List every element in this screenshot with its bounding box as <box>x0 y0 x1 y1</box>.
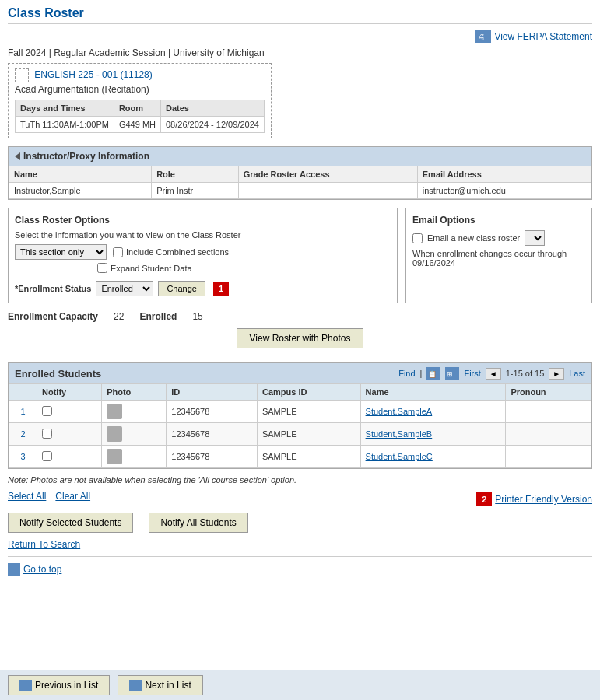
bottom-bar: Previous in List Next in List <box>0 670 600 700</box>
table-row: 1 12345678 SAMPLE Student,SampleA <box>9 401 591 423</box>
email-note: When enrollment changes occur through 09… <box>412 249 585 268</box>
svg-rect-7 <box>19 680 32 691</box>
schedule-room: G449 MH <box>114 117 160 133</box>
svg-rect-6 <box>8 563 20 576</box>
photo-cell <box>102 423 167 446</box>
enrollment-row: *Enrollment Status Enrolled Waitlisted D… <box>15 281 391 296</box>
row-num: 1 <box>9 401 37 423</box>
instr-role: Prim Instr <box>152 183 239 199</box>
email-checkbox[interactable] <box>412 233 423 243</box>
enrolled-header: Enrolled Students Find | 📋 ⊞ First ◄ 1-1… <box>9 363 591 383</box>
photo-icon <box>107 404 122 419</box>
row-num: 2 <box>9 423 37 446</box>
col-photo: Photo <box>102 384 167 401</box>
email-select[interactable] <box>525 230 545 246</box>
enrollment-select[interactable]: Enrolled Waitlisted Dropped <box>96 281 153 296</box>
return-search-link[interactable]: Return To Search <box>8 539 592 550</box>
go-top-icon <box>8 563 20 576</box>
campus-id-cell: SAMPLE <box>257 446 360 468</box>
instructor-section-title: Instructor/Proxy Information <box>23 151 149 162</box>
schedule-dates: 08/26/2024 - 12/09/2024 <box>161 117 265 133</box>
pronoun-cell <box>506 401 591 423</box>
schedule-header-dates: Dates <box>161 100 265 117</box>
capacity-label: Enrollment Capacity <box>8 311 98 322</box>
export-icon[interactable]: 📋 <box>426 367 440 380</box>
col-id: ID <box>167 384 258 401</box>
email-checkbox-label: Email a new class roster <box>427 233 520 243</box>
email-row: Email a new class roster <box>412 230 585 246</box>
course-link[interactable]: ENGLISH 225 - 001 (11128) <box>34 69 152 80</box>
name-cell: Student,SampleC <box>360 446 506 468</box>
student-link[interactable]: Student,SampleC <box>366 452 433 461</box>
options-controls: This section only All course sections In… <box>15 244 391 296</box>
action-links: Select All Clear All <box>8 491 90 502</box>
include-combined-label[interactable]: Include Combined sections <box>113 247 229 257</box>
triangle-icon <box>15 152 20 160</box>
notify-all-button[interactable]: Notify All Students <box>149 513 247 533</box>
clear-all-link[interactable]: Clear All <box>55 491 90 502</box>
notify-selected-button[interactable]: Notify Selected Students <box>8 513 133 533</box>
id-cell: 12345678 <box>167 446 258 468</box>
schedule-table: Days and Times Room Dates TuTh 11:30AM-1… <box>15 100 265 133</box>
next-list-icon <box>129 680 142 691</box>
page-count: 1-15 of 15 <box>506 369 545 378</box>
col-name: Name <box>360 384 506 401</box>
id-cell: 12345678 <box>167 423 258 446</box>
first-link[interactable]: First <box>464 369 480 378</box>
capacity-value: 22 <box>114 311 124 322</box>
include-combined-checkbox[interactable] <box>113 247 123 257</box>
find-link[interactable]: Find <box>398 369 415 378</box>
student-link[interactable]: Student,SampleB <box>366 429 433 439</box>
instr-header-access: Grade Roster Access <box>238 166 417 183</box>
view-photos-button[interactable]: View Roster with Photos <box>237 328 364 348</box>
student-link[interactable]: Student,SampleA <box>366 407 433 416</box>
col-notify: Notify <box>37 384 102 401</box>
instr-header-email: Email Address <box>417 166 591 183</box>
id-cell: 12345678 <box>167 401 258 423</box>
prev-list-button[interactable]: Previous in List <box>8 675 110 695</box>
section-select[interactable]: This section only All course sections <box>15 244 107 260</box>
instr-email: instructor@umich.edu <box>417 183 591 199</box>
instructor-header: Instructor/Proxy Information <box>9 147 591 166</box>
instr-header-role: Role <box>152 166 239 183</box>
expand-student-text: Expand Student Data <box>111 264 192 273</box>
last-link[interactable]: Last <box>569 369 585 378</box>
printer-row: 2 Printer Friendly Version <box>476 492 592 506</box>
schedule-header-room: Room <box>114 100 160 117</box>
next-list-label: Next in List <box>145 680 191 691</box>
notify-checkbox[interactable] <box>42 429 52 439</box>
notify-checkbox[interactable] <box>42 406 52 416</box>
svg-text:📋: 📋 <box>428 369 437 379</box>
prev-page-btn[interactable]: ◄ <box>486 368 501 380</box>
options-row: Class Roster Options Select the informat… <box>8 208 592 303</box>
change-button[interactable]: Change <box>158 281 205 296</box>
buttons-row: Notify Selected Students Notify All Stud… <box>8 513 592 533</box>
svg-text:⊞: ⊞ <box>447 370 453 378</box>
course-subtitle: Acad Argumentation (Recitation) <box>15 84 265 95</box>
enrolled-label: Enrolled <box>139 311 177 322</box>
badge-2: 2 <box>476 492 492 506</box>
pronoun-cell <box>506 423 591 446</box>
session-info: Fall 2024 | Regular Academic Session | U… <box>8 47 592 58</box>
badge-1: 1 <box>213 282 229 296</box>
enrolled-title: Enrolled Students <box>15 368 101 380</box>
expand-student-label[interactable]: Expand Student Data <box>97 263 192 273</box>
notify-checkbox[interactable] <box>42 451 52 461</box>
ferpa-link[interactable]: View FERPA Statement <box>494 31 592 42</box>
photo-cell <box>102 446 167 468</box>
instr-header-name: Name <box>9 166 152 183</box>
printer-friendly-link[interactable]: Printer Friendly Version <box>495 494 592 505</box>
next-page-btn[interactable]: ► <box>549 368 564 380</box>
instr-access <box>238 183 417 199</box>
go-top-link[interactable]: Go to top <box>23 564 61 575</box>
expand-student-checkbox[interactable] <box>97 263 107 273</box>
roster-options-box: Class Roster Options Select the informat… <box>8 208 398 303</box>
next-list-button[interactable]: Next in List <box>118 675 202 695</box>
enrolled-value: 15 <box>192 311 202 322</box>
course-icon <box>15 68 29 82</box>
col-num <box>9 384 37 401</box>
section-select-row: This section only All course sections In… <box>15 244 391 260</box>
select-all-link[interactable]: Select All <box>8 491 46 502</box>
grid-icon[interactable]: ⊞ <box>445 367 459 380</box>
roster-options-title: Class Roster Options <box>15 215 391 226</box>
